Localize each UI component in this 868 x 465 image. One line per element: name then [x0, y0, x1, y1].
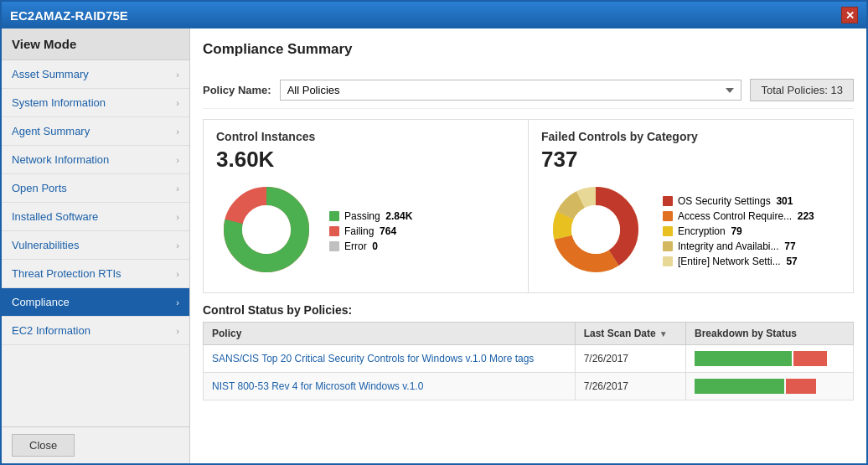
- table-row: SANS/CIS Top 20 Critical Security Contro…: [204, 345, 854, 373]
- chevron-right-icon: ›: [176, 70, 179, 80]
- sidebar-item-label: Network Information: [12, 153, 109, 166]
- column-header-breakdown-by-status: Breakdown by Status: [686, 323, 854, 345]
- sidebar-item-network-information[interactable]: Network Information›: [2, 146, 189, 174]
- status-bar: [695, 351, 845, 366]
- sidebar-item-label: Threat Protection RTIs: [12, 267, 121, 280]
- sidebar-item-vulnerabilities[interactable]: Vulnerabilities›: [2, 231, 189, 260]
- svg-point-8: [571, 205, 620, 254]
- passing-bar: [695, 351, 792, 366]
- failed-controls-donut: [541, 179, 650, 282]
- policy-name-cell: SANS/CIS Top 20 Critical Security Contro…: [204, 345, 576, 373]
- window-body: View Mode Asset Summary›System Informati…: [2, 28, 866, 463]
- column-header-last-scan-date[interactable]: Last Scan Date ▼: [575, 323, 685, 345]
- legend-color: [663, 241, 673, 251]
- column-header-policy: Policy: [204, 323, 576, 345]
- legend-label: Passing 2.84K: [344, 210, 412, 222]
- sidebar-item-label: Vulnerabilities: [12, 239, 79, 251]
- legend-color: [663, 211, 673, 221]
- failed-controls-panel: Failed Controls by Category 737: [529, 120, 853, 292]
- sidebar-item-label: Compliance: [12, 296, 70, 308]
- sidebar-item-agent-summary[interactable]: Agent Summary›: [2, 117, 189, 146]
- control-instances-donut: [216, 179, 317, 282]
- legend-label: OS Security Settings 301: [678, 195, 793, 207]
- control-instances-panel: Control Instances 3.60K: [204, 120, 529, 292]
- sidebar-item-label: Installed Software: [12, 210, 98, 223]
- legend-color: [663, 256, 673, 266]
- policy-table-title: Control Status by Policies:: [203, 303, 854, 317]
- legend-label: Integrity and Availabi... 77: [678, 240, 796, 252]
- policy-select[interactable]: All Policies: [280, 80, 742, 101]
- legend-label: Encryption 79: [678, 225, 742, 237]
- chevron-right-icon: ›: [176, 240, 179, 251]
- legend-item: Error 0: [329, 240, 412, 252]
- legend-label: Access Control Require... 223: [678, 210, 814, 222]
- sort-arrow-icon: ▼: [659, 329, 668, 338]
- legend-label: Error 0: [344, 240, 378, 252]
- legend-color: [663, 196, 673, 206]
- legend-label: [Entire] Network Setti... 57: [678, 256, 798, 267]
- sidebar-nav: Asset Summary›System Information›Agent S…: [2, 60, 189, 345]
- total-policies-badge: Total Policies: 13: [750, 79, 854, 101]
- page-title: Compliance Summary: [203, 41, 854, 58]
- policy-name-label: Policy Name:: [203, 84, 271, 96]
- sidebar-item-installed-software[interactable]: Installed Software›: [2, 203, 189, 231]
- legend-item: Integrity and Availabi... 77: [663, 240, 814, 252]
- legend-item: Failing 764: [329, 225, 412, 237]
- control-instances-legend: Passing 2.84KFailing 764Error 0: [329, 210, 412, 252]
- sidebar-item-label: Agent Summary: [12, 125, 90, 137]
- failed-controls-title: Failed Controls by Category: [541, 130, 840, 143]
- chevron-right-icon: ›: [176, 269, 179, 279]
- chevron-right-icon: ›: [176, 326, 179, 336]
- control-instances-title: Control Instances: [216, 130, 515, 143]
- main-window: EC2AMAZ-RAID75E ✕ View Mode Asset Summar…: [0, 0, 868, 465]
- svg-point-2: [242, 205, 291, 254]
- failed-controls-chart: OS Security Settings 301Access Control R…: [541, 179, 840, 282]
- failed-controls-total: 737: [541, 147, 840, 173]
- policy-link[interactable]: NIST 800-53 Rev 4 for Microsoft Windows …: [212, 380, 423, 392]
- legend-item: Encryption 79: [663, 225, 814, 237]
- chevron-right-icon: ›: [176, 297, 179, 307]
- chevron-right-icon: ›: [176, 98, 179, 108]
- legend-color: [329, 226, 339, 236]
- control-instances-total: 3.60K: [216, 147, 515, 173]
- status-bar-cell: [686, 373, 854, 400]
- policy-link[interactable]: SANS/CIS Top 20 Critical Security Contro…: [212, 353, 534, 364]
- legend-item: Access Control Require... 223: [663, 210, 814, 222]
- chevron-right-icon: ›: [176, 127, 179, 137]
- legend-label: Failing 764: [344, 225, 396, 237]
- status-bar-cell: [686, 345, 854, 373]
- sidebar-item-label: Asset Summary: [12, 68, 89, 80]
- legend-item: [Entire] Network Setti... 57: [663, 256, 814, 267]
- policy-name-cell: NIST 800-53 Rev 4 for Microsoft Windows …: [204, 373, 576, 400]
- window-close-button[interactable]: ✕: [841, 7, 858, 23]
- policy-filter-row: Policy Name: All Policies Total Policies…: [203, 72, 854, 109]
- status-bar: [695, 379, 845, 394]
- sidebar-item-label: EC2 Information: [12, 324, 90, 337]
- passing-bar: [695, 379, 784, 394]
- legend-color: [329, 211, 339, 221]
- chevron-right-icon: ›: [176, 183, 179, 194]
- sidebar-item-open-ports[interactable]: Open Ports›: [2, 174, 189, 203]
- legend-item: OS Security Settings 301: [663, 195, 814, 207]
- sidebar-header: View Mode: [2, 28, 189, 60]
- failing-bar: [786, 379, 816, 394]
- charts-row: Control Instances 3.60K: [203, 119, 854, 293]
- chevron-right-icon: ›: [176, 212, 179, 222]
- sidebar-item-label: System Information: [12, 96, 106, 109]
- sidebar: View Mode Asset Summary›System Informati…: [2, 28, 190, 463]
- table-row: NIST 800-53 Rev 4 for Microsoft Windows …: [204, 373, 854, 400]
- sidebar-item-compliance[interactable]: Compliance›: [2, 288, 189, 317]
- failed-controls-legend: OS Security Settings 301Access Control R…: [663, 195, 814, 267]
- sidebar-item-system-information[interactable]: System Information›: [2, 89, 189, 117]
- sidebar-item-threat-protection-rtis[interactable]: Threat Protection RTIs›: [2, 260, 189, 288]
- sortable-header[interactable]: Last Scan Date ▼: [584, 328, 677, 339]
- chevron-right-icon: ›: [176, 155, 179, 165]
- control-instances-chart: Passing 2.84KFailing 764Error 0: [216, 179, 515, 282]
- window-title: EC2AMAZ-RAID75E: [10, 8, 128, 23]
- close-button[interactable]: Close: [12, 434, 75, 457]
- main-content: Compliance Summary Policy Name: All Poli…: [190, 28, 866, 463]
- sidebar-footer: Close: [2, 426, 189, 463]
- sidebar-item-asset-summary[interactable]: Asset Summary›: [2, 60, 189, 89]
- policy-table-section: Control Status by Policies: PolicyLast S…: [203, 303, 854, 400]
- sidebar-item-ec2-information[interactable]: EC2 Information›: [2, 317, 189, 345]
